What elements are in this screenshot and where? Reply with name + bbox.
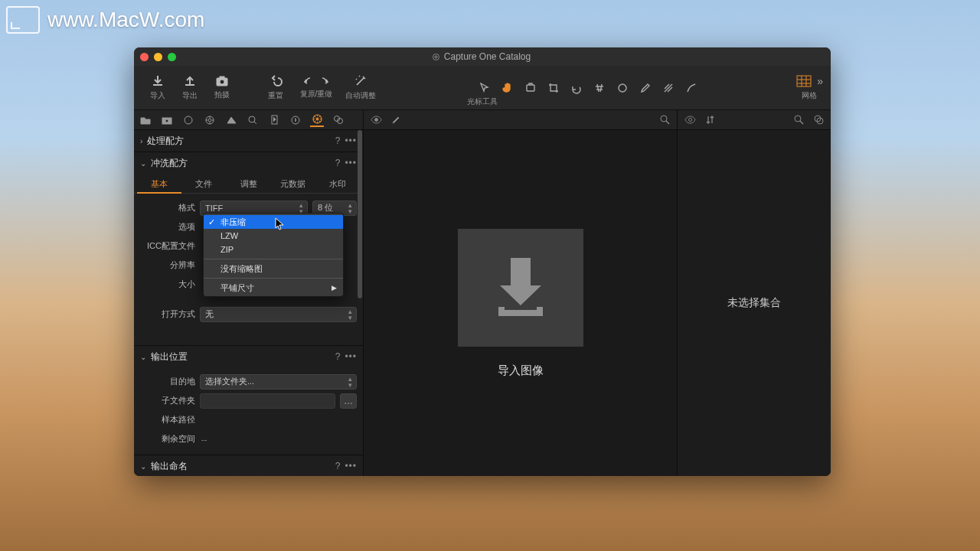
undo-icon [269, 74, 283, 88]
tab-watermark[interactable]: 水印 [315, 174, 360, 193]
keystone-tool[interactable] [588, 79, 611, 97]
option-tile-size[interactable]: 平铺尺寸 [204, 281, 343, 295]
auto-adjust-button[interactable]: 自动调整 [341, 68, 381, 108]
tab-metadata[interactable]: 元数据 [271, 174, 315, 193]
help-button[interactable]: ? [335, 461, 341, 471]
process-recipe-header[interactable]: › 处理配方 ? ••• [134, 130, 363, 152]
search-icon[interactable] [792, 114, 805, 126]
svg-rect-4 [527, 85, 534, 91]
batch-tab-icon[interactable] [332, 113, 345, 127]
viewer-strip [364, 110, 677, 130]
redo-arrow-icon [318, 76, 329, 86]
option-lzw[interactable]: LZW [204, 229, 343, 243]
zoom-button[interactable] [168, 53, 176, 61]
option-uncompressed[interactable]: ✓非压缩 [204, 215, 343, 229]
close-button[interactable] [140, 53, 149, 61]
sort-icon[interactable] [704, 114, 716, 126]
svg-rect-6 [797, 76, 811, 86]
pointer-tool[interactable] [473, 79, 496, 97]
reset-button[interactable]: 重置 [260, 68, 292, 108]
undo-redo-button[interactable]: 复原/重做 [292, 68, 341, 108]
tab-basic[interactable]: 基本 [137, 174, 181, 194]
more-button[interactable]: ••• [345, 351, 357, 362]
search-icon[interactable] [658, 114, 671, 126]
develop-recipe-header[interactable]: ⌄ 冲洗配方 ? ••• [134, 152, 363, 174]
updown-icon: ▴▾ [348, 376, 352, 388]
capture-tab-icon[interactable] [160, 113, 174, 127]
filter-icon[interactable] [812, 114, 825, 126]
svg-point-2 [220, 80, 224, 84]
rotate-tool[interactable] [565, 79, 588, 97]
radial-tool[interactable] [680, 79, 703, 97]
panel-scrollbar[interactable] [357, 130, 363, 476]
subfolder-input[interactable] [200, 393, 335, 409]
lens-tab-icon[interactable] [181, 113, 195, 127]
color-tab-icon[interactable] [203, 113, 217, 127]
gradient-tool[interactable] [657, 79, 680, 97]
cursor-tools [381, 79, 795, 97]
openwith-select[interactable]: 无▴▾ [200, 307, 357, 322]
updown-icon: ▴▾ [348, 308, 352, 321]
option-zip[interactable]: ZIP [204, 243, 343, 256]
chevron-down-icon: ⌄ [140, 353, 146, 361]
undo-arrow-icon [303, 76, 314, 86]
chevron-down-icon: ⌄ [140, 462, 146, 471]
import-drop-tile[interactable] [458, 229, 583, 347]
library-tab-icon[interactable] [139, 113, 152, 127]
capture-button[interactable]: 拍摄 [206, 68, 238, 108]
freespace-value: -- [200, 435, 207, 444]
window-title: Capture One Catalog [176, 51, 786, 62]
tab-file[interactable]: 文件 [181, 174, 226, 193]
import-button[interactable]: 导入 [142, 68, 174, 108]
no-collection-label: 未选择集合 [727, 296, 781, 310]
more-button[interactable]: ••• [345, 461, 357, 471]
more-button[interactable]: ••• [345, 158, 357, 168]
loupe-tool[interactable] [519, 79, 542, 97]
cursor-tools-label: 光标工具 [467, 96, 498, 107]
svg-point-22 [795, 116, 801, 122]
output-tab-icon[interactable] [310, 113, 324, 127]
watermark: www.MacW.com [6, 6, 204, 34]
hand-tool[interactable] [496, 79, 519, 97]
grid-view-button[interactable]: » 网格 [795, 74, 823, 101]
window-controls [140, 53, 176, 61]
help-button[interactable]: ? [335, 351, 341, 362]
brush-tool[interactable] [634, 79, 657, 97]
grid-icon [796, 75, 812, 87]
menu-separator [204, 259, 343, 259]
destination-select[interactable]: 选择文件夹...▴▾ [200, 374, 357, 390]
import-icon [151, 74, 165, 88]
eye-icon[interactable] [370, 114, 382, 126]
subfolder-browse-button[interactable]: … [340, 393, 357, 409]
option-no-thumbnail[interactable]: 没有缩略图 [204, 262, 343, 276]
output-naming-header[interactable]: ⌄ 输出命名 ? ••• [134, 455, 363, 476]
camera-icon [215, 75, 229, 87]
help-button[interactable]: ? [335, 135, 341, 146]
more-button[interactable]: ••• [345, 135, 357, 146]
output-location-section: ⌄ 输出位置 ? ••• 目的地 选择文件夹...▴▾ 子文件夹 [134, 346, 363, 455]
spot-tool[interactable] [611, 79, 634, 97]
menu-separator [204, 278, 343, 279]
export-icon [183, 74, 197, 88]
help-button[interactable]: ? [335, 158, 341, 168]
destination-label: 目的地 [140, 376, 195, 387]
svg-point-9 [185, 116, 192, 124]
format-label: 格式 [140, 202, 195, 214]
metadata-tab-icon[interactable] [289, 113, 302, 127]
minimize-button[interactable] [154, 53, 162, 61]
output-location-header[interactable]: ⌄ 输出位置 ? ••• [134, 346, 363, 367]
brush-icon[interactable] [390, 114, 402, 126]
updown-icon: ▴▾ [348, 202, 352, 214]
size-label: 大小 [140, 279, 195, 290]
chevron-right-icon[interactable]: » [817, 75, 823, 87]
crop-tool[interactable] [542, 79, 565, 97]
download-icon [488, 253, 554, 322]
adjustments-tab-icon[interactable] [267, 113, 281, 127]
samplepath-label: 样本路径 [140, 414, 195, 425]
tab-adjust[interactable]: 调整 [226, 174, 270, 193]
export-button[interactable]: 导出 [174, 68, 206, 108]
exposure-tab-icon[interactable] [224, 113, 238, 127]
details-tab-icon[interactable] [246, 113, 260, 127]
svg-rect-3 [220, 77, 224, 79]
eye-icon[interactable] [684, 114, 696, 126]
